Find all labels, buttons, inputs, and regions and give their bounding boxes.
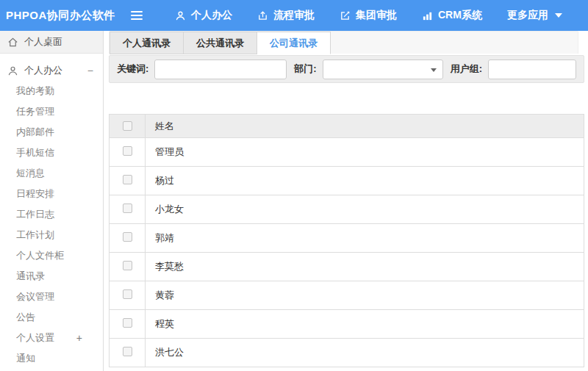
contact-name: 洪七公 [146, 339, 584, 367]
hamburger-menu-icon[interactable] [131, 11, 143, 20]
sidebar: 个人桌面 个人办公 − 我的考勤 任务管理 内部邮件 手机短信 短消息 日程安排… [0, 31, 104, 371]
sidebar-group-personal-office[interactable]: 个人办公 − [0, 60, 103, 81]
tab-company-contacts[interactable]: 公司通讯录 [257, 32, 331, 54]
nav-label: 更多应用 [507, 9, 548, 22]
row-checkbox[interactable] [123, 146, 132, 156]
app-header: PHPOA协同办公软件 个人办公 流程审批 [0, 0, 588, 31]
table-row[interactable]: 管理员 [110, 138, 584, 167]
collapse-minus-icon[interactable]: − [87, 65, 93, 76]
row-checkbox-cell [110, 195, 146, 223]
usergroup-input[interactable] [488, 60, 576, 79]
sidebar-submenu-item[interactable]: 公告 [0, 307, 103, 328]
contact-name: 黄蓉 [146, 281, 584, 309]
nav-item-personal-office[interactable]: 个人办公 [175, 9, 232, 22]
department-select[interactable] [323, 60, 443, 79]
row-checkbox-cell [110, 138, 146, 166]
row-checkbox[interactable] [123, 318, 132, 328]
nav-item-group-approval[interactable]: 集团审批 [340, 9, 397, 22]
table-row[interactable]: 小龙女 [110, 195, 584, 224]
tab-personal-contacts[interactable]: 个人通讯录 [110, 32, 184, 54]
table-row[interactable]: 黄蓉 [110, 281, 584, 310]
contact-name: 程英 [146, 310, 584, 338]
sidebar-submenu-item[interactable]: 我的考勤 [0, 81, 103, 101]
table-row[interactable]: 程英 [110, 310, 584, 339]
sidebar-submenu-item[interactable]: 手机短信 [0, 143, 103, 163]
caret-down-icon [555, 13, 562, 18]
row-checkbox-cell [110, 310, 146, 338]
row-checkbox[interactable] [123, 289, 132, 299]
tab-public-contacts[interactable]: 公共通讯录 [184, 32, 257, 54]
contact-name: 杨过 [146, 167, 584, 195]
contact-name: 郭靖 [146, 224, 584, 252]
main-content: 个人通讯录 公共通讯录 公司通讯录 关键词: 部门: 用户组: 姓名 [104, 31, 588, 371]
row-checkbox[interactable] [123, 232, 132, 242]
usergroup-label: 用户组: [451, 62, 482, 76]
sidebar-item-label: 个人设置 [16, 332, 54, 343]
keyword-input[interactable] [154, 60, 287, 79]
sidebar-submenu: 我的考勤 任务管理 内部邮件 手机短信 短消息 日程安排 工作日志 工作计划 个… [0, 81, 103, 328]
contact-name: 李莫愁 [146, 253, 584, 281]
nav-label: 集团审批 [356, 9, 397, 22]
tab-bar: 个人通讯录 公共通讯录 公司通讯录 [109, 31, 578, 54]
expand-plus-icon[interactable]: + [76, 328, 82, 348]
nav-item-crm-system[interactable]: CRM系统 [422, 9, 482, 22]
row-checkbox-cell [110, 167, 146, 195]
nav-label: 流程审批 [273, 9, 315, 22]
table-header-row: 姓名 [110, 115, 584, 138]
department-label: 部门: [294, 62, 316, 76]
contacts-table: 姓名 管理员 杨过 [109, 114, 584, 367]
row-checkbox-cell [110, 253, 146, 281]
keyword-label: 关键词: [117, 62, 148, 76]
sidebar-submenu-item[interactable]: 日程安排 [0, 184, 103, 204]
row-checkbox-cell [110, 339, 146, 367]
sidebar-submenu-item[interactable]: 通知 [0, 348, 103, 369]
nav-item-more-apps[interactable]: 更多应用 [507, 9, 562, 22]
row-checkbox[interactable] [123, 347, 132, 356]
sidebar-submenu-item[interactable]: 个人文件柜 [0, 245, 103, 266]
name-column-header: 姓名 [146, 120, 584, 133]
filter-bar: 关键词: 部门: 用户组: [109, 55, 584, 83]
contact-name: 管理员 [146, 138, 584, 166]
top-navigation: 个人办公 流程审批 集团审批 CRM系统 [131, 9, 562, 22]
flow-icon [257, 10, 268, 21]
table-body: 管理员 杨过 小龙女 [110, 138, 584, 367]
bar-chart-icon [422, 10, 433, 21]
sidebar-submenu-item[interactable]: 工作计划 [0, 225, 103, 245]
sidebar-group-label: 个人办公 [24, 64, 62, 77]
nav-label: CRM系统 [438, 9, 482, 22]
header-checkbox-cell [110, 115, 146, 137]
sidebar-submenu-item[interactable]: 工作日志 [0, 204, 103, 225]
sidebar-submenu-item[interactable]: 通讯录 [0, 266, 103, 287]
row-checkbox[interactable] [123, 261, 132, 270]
table-row[interactable]: 杨过 [110, 167, 584, 195]
select-all-checkbox[interactable] [123, 121, 132, 131]
select-arrow-icon [431, 68, 437, 72]
sidebar-submenu-item[interactable]: 任务管理 [0, 101, 103, 122]
sidebar-submenu-item[interactable]: 会议管理 [0, 287, 103, 307]
table-row[interactable]: 郭靖 [110, 224, 584, 253]
row-checkbox[interactable] [123, 175, 132, 184]
table-row[interactable]: 李莫愁 [110, 253, 584, 281]
row-checkbox-cell [110, 281, 146, 309]
sidebar-submenu-item[interactable]: 短消息 [0, 163, 103, 184]
sidebar-item-label: 个人桌面 [24, 35, 62, 48]
nav-item-workflow-approval[interactable]: 流程审批 [257, 9, 315, 22]
app-brand-title: PHPOA协同办公软件 [0, 9, 131, 23]
contact-name: 小龙女 [146, 195, 584, 223]
row-checkbox[interactable] [123, 203, 132, 213]
home-icon [7, 37, 18, 48]
edit-icon [340, 10, 351, 21]
person-icon [175, 10, 186, 21]
sidebar-submenu-after: 通知 大事记 [0, 348, 103, 371]
sidebar-item-personal-desktop[interactable]: 个人桌面 [0, 31, 103, 54]
person-icon [7, 65, 18, 76]
nav-label: 个人办公 [191, 9, 232, 22]
sidebar-submenu-item[interactable]: 内部邮件 [0, 122, 103, 143]
row-checkbox-cell [110, 224, 146, 252]
sidebar-item-personal-settings[interactable]: 个人设置 + [0, 328, 103, 348]
table-row[interactable]: 洪七公 [110, 339, 584, 367]
